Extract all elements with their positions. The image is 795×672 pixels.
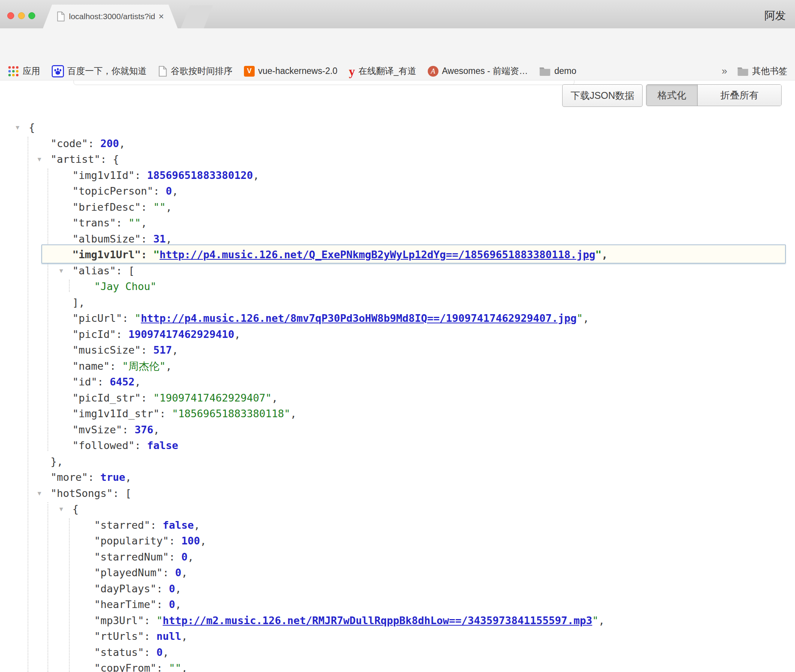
other-bookmarks-folder[interactable]: 其他书签 xyxy=(737,65,787,77)
bookmark-apps[interactable]: 应用 xyxy=(8,65,40,77)
json-url-link[interactable]: http://m2.music.126.net/RMJR7wDullRqppBk… xyxy=(163,615,592,626)
bookmarks-bar: 应用 百度一下，你就知道 谷歌按时间排序 V vue-hackernews-2.… xyxy=(0,62,795,80)
page-icon xyxy=(158,66,167,77)
json-line: "popularity": 100, xyxy=(0,533,795,549)
collapse-toggle-icon[interactable]: ▼ xyxy=(38,485,41,502)
json-line: "mvSize": 376, xyxy=(0,422,795,438)
awesomes-badge-icon: A xyxy=(428,66,438,77)
json-line: "dayPlays": 0, xyxy=(0,581,795,597)
collapse-all-button[interactable]: 折叠所有 xyxy=(698,85,781,106)
json-line: "id": 6452, xyxy=(0,374,795,390)
json-line: ], xyxy=(0,295,795,311)
bookmarks-overflow-chevron[interactable]: » xyxy=(722,65,727,77)
json-url-link[interactable]: http://p4.music.126.net/8mv7qP30Pd3oHW8b… xyxy=(141,312,577,324)
json-line: "starred": false, xyxy=(0,517,795,533)
json-line: "more": true, xyxy=(0,469,795,485)
bookmark-vue-hackernews[interactable]: V vue-hackernews-2.0 xyxy=(244,66,337,77)
json-line: }, xyxy=(0,454,795,470)
json-line: "briefDesc": "", xyxy=(0,199,795,215)
json-line: "musicSize": 517, xyxy=(0,342,795,358)
tab-title: localhost:3000/artists?id=645 xyxy=(69,12,155,21)
active-tab[interactable]: localhost:3000/artists?id=645 × xyxy=(43,5,178,28)
json-line: ▼"alias": [ xyxy=(0,263,795,279)
json-line: "picUrl": "http://p4.music.126.net/8mv7q… xyxy=(0,310,795,326)
collapse-toggle-icon[interactable]: ▼ xyxy=(59,501,63,517)
apps-grid-icon xyxy=(8,66,19,77)
bookmark-youdao-translate[interactable]: y 在线翻译_有道 xyxy=(349,65,416,77)
json-line: ▼"hotSongs": [ xyxy=(0,485,795,502)
json-line: "copyFrom": "", xyxy=(0,660,795,672)
json-line: ▼{ xyxy=(0,501,795,517)
browser-toolbar: localhost:3000/artists?id=6452 英 en FE T xyxy=(0,28,795,62)
collapse-toggle-icon[interactable]: ▼ xyxy=(16,120,20,136)
json-line-highlighted: "img1v1Url": "http://p4.music.126.net/Q_… xyxy=(0,247,795,263)
browser-profile-name[interactable]: 阿发 xyxy=(764,8,786,23)
json-line: "Jay Chou" xyxy=(0,279,795,295)
folder-icon xyxy=(737,66,749,76)
bookmark-baidu[interactable]: 百度一下，你就知道 xyxy=(52,65,147,77)
json-line: "topicPerson": 0, xyxy=(0,183,795,199)
json-line: "picId": 19097417462929410, xyxy=(0,326,795,343)
page-icon xyxy=(57,11,65,21)
bookmark-awesomes[interactable]: A Awesomes - 前端资… xyxy=(428,65,528,77)
collapse-toggle-icon[interactable]: ▼ xyxy=(59,263,63,279)
baidu-paw-icon xyxy=(52,65,64,77)
download-json-button[interactable]: 下载JSON数据 xyxy=(562,84,643,107)
json-line: "rtUrls": null, xyxy=(0,628,795,644)
tab-close-icon[interactable]: × xyxy=(159,12,164,21)
json-line: "status": 0, xyxy=(0,644,795,661)
json-line: "code": 200, xyxy=(0,136,795,152)
view-mode-segmented-control: 格式化 折叠所有 xyxy=(646,84,782,106)
json-line: "hearTime": 0, xyxy=(0,597,795,613)
close-window-button[interactable] xyxy=(7,12,14,19)
json-line: ▼{ xyxy=(0,120,795,136)
format-button[interactable]: 格式化 xyxy=(646,85,698,106)
json-line: "img1v1Id": 18569651883380120, xyxy=(0,167,795,184)
json-line: "img1v1Id_str": "18569651883380118", xyxy=(0,406,795,422)
json-url-link[interactable]: http://p4.music.126.net/Q_ExePNkmgB2yWyL… xyxy=(160,249,595,261)
json-line: "mp3Url": "http://m2.music.126.net/RMJR7… xyxy=(0,613,795,629)
json-line: "picId_str": "19097417462929407", xyxy=(0,390,795,406)
collapse-toggle-icon[interactable]: ▼ xyxy=(38,151,41,167)
json-viewer: ▼{"code": 200,▼"artist": {"img1v1Id": 18… xyxy=(0,120,795,672)
minimize-window-button[interactable] xyxy=(18,12,25,19)
new-tab-button[interactable] xyxy=(181,5,213,28)
bookmark-folder-demo[interactable]: demo xyxy=(539,66,576,76)
json-line: "playedNum": 0, xyxy=(0,565,795,581)
youdao-badge-icon: y xyxy=(349,66,355,76)
json-line: "followed": false xyxy=(0,438,795,454)
vue-badge-icon: V xyxy=(244,66,255,77)
json-line: ▼"artist": { xyxy=(0,151,795,167)
json-line: "name": "周杰伦", xyxy=(0,358,795,374)
zoom-window-button[interactable] xyxy=(28,12,35,19)
json-line: "starredNum": 0, xyxy=(0,549,795,565)
tab-strip: localhost:3000/artists?id=645 × 阿发 xyxy=(0,0,795,28)
json-line: "trans": "", xyxy=(0,215,795,231)
bookmark-google-sort[interactable]: 谷歌按时间排序 xyxy=(158,65,232,77)
folder-icon xyxy=(539,66,551,76)
